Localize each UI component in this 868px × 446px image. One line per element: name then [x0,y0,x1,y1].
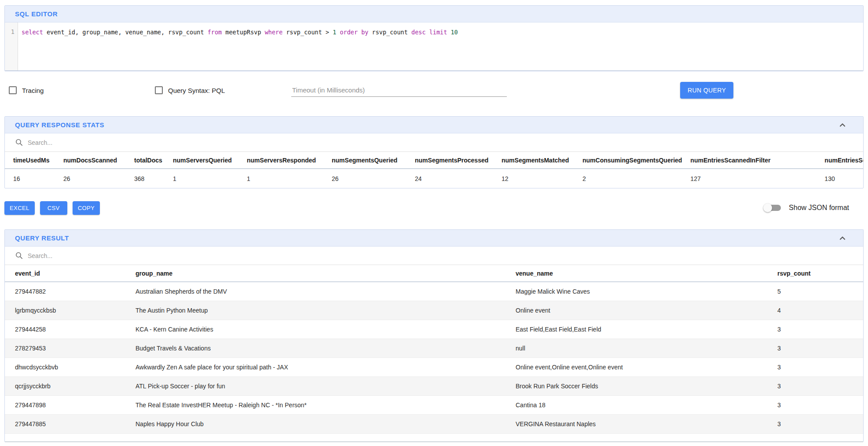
stats-value-cell: 24 [407,169,493,188]
result-cell-event_id: lgrbmqycckbsb [5,301,125,320]
show-json-toggle[interactable] [763,203,784,213]
line-number: 1 [11,28,15,35]
result-search-row [5,247,863,265]
result-cell-group_name: Naples Happy Hour Club [125,414,505,433]
result-cell-event_id: 279447898 [5,395,125,414]
result-cell-event_id [5,433,125,442]
sql-token-plain: rsvp_count [368,29,411,36]
result-cell-venue_name: VERGINA Restaurant Naples [505,414,767,433]
timeout-input[interactable] [291,84,507,97]
csv-button[interactable]: CSV [40,201,67,215]
sql-token-kw: desc [411,29,426,36]
sql-query-text[interactable]: select event_id, group_name, venue_name,… [18,22,458,70]
query-result-panel: QUERY RESULT event_idgroup_namevenue_nam… [4,229,864,442]
stats-column-header: totalDocs [126,152,165,169]
sql-token-kw: order by [340,29,368,36]
sql-editor-header: SQL EDITOR [5,6,863,22]
pql-checkbox-box[interactable] [155,86,163,94]
sql-token-kw: from [208,29,222,36]
result-cell-venue_name: Maggie Malick Wine Caves [505,282,767,301]
pql-syntax-checkbox[interactable]: Query Syntax: PQL [155,86,291,94]
result-cell-rsvp_count: 4 [767,301,863,320]
show-json-label: Show JSON format [789,204,849,212]
result-cell-group_name: The Real Estate InvestHER Meetup - Ralei… [125,395,505,414]
stats-search-row [5,133,863,152]
result-cell-group_name: Awkwardly Zen A safe place for your spir… [125,358,505,376]
result-cell-group_name: Budget Travels & Vacations [125,339,505,358]
table-row[interactable]: lgrbmqycckbsbThe Austin Python MeetupOnl… [5,301,863,320]
result-column-header: group_name [125,265,505,282]
result-cell-group_name: Australian Shepherds of the DMV [125,282,505,301]
line-number-gutter: 1 [5,22,18,70]
collapse-chevron-up-icon[interactable] [837,233,848,243]
stats-column-header: numServersQueried [165,152,238,169]
stats-table: timeUsedMsnumDocsScannedtotalDocsnumServ… [5,152,863,188]
result-cell-event_id: 278279453 [5,339,125,358]
copy-button[interactable]: COPY [73,201,100,215]
result-cell-rsvp_count: 3 [767,414,863,433]
result-cell-rsvp_count: 3 [767,358,863,376]
result-cell-event_id: dhwcdsycckbvb [5,358,125,376]
run-query-button[interactable]: RUN QUERY [680,82,733,99]
sql-token-kw: limit [429,29,447,36]
result-panel-title: QUERY RESULT [15,234,69,242]
table-row[interactable]: dhwcdsycckbvbAwkwardly Zen A safe place … [5,358,863,376]
stats-column-header: numEntriesScannedInFilter [682,152,816,169]
result-table: event_idgroup_namevenue_namersvp_count 2… [5,265,863,442]
query-controls-row: Tracing Query Syntax: PQL RUN QUERY [0,81,868,99]
query-response-stats-panel: QUERY RESPONSE STATS timeUsedMsnumDocsSc… [4,116,864,188]
stats-value-cell: 12 [493,169,574,188]
result-search-input[interactable] [28,252,853,259]
stats-value-cell: 26 [55,169,126,188]
stats-column-header: numDocsScanned [55,152,126,169]
result-cell-group_name: KCA - Kern Canine Activities [125,320,505,339]
toggle-knob[interactable] [763,203,772,212]
sql-code-editor[interactable]: 1 select event_id, group_name, venue_nam… [5,22,863,71]
table-row[interactable]: 279447898The Real Estate InvestHER Meetu… [5,395,863,414]
stats-panel-title: QUERY RESPONSE STATS [15,121,104,129]
result-table-container: event_idgroup_namevenue_namersvp_count 2… [5,265,863,442]
result-cell-venue_name: Online event [505,301,767,320]
stats-column-header: timeUsedMs [5,152,55,169]
result-cell-venue_name: Cantina 18 [505,395,767,414]
sql-token-kw: where [265,29,283,36]
stats-value-cell: 1 [238,169,323,188]
result-panel-header: QUERY RESULT [5,230,863,247]
search-icon [15,138,23,147]
result-cell-rsvp_count: 3 [767,320,863,339]
result-cell-rsvp_count: 3 [767,339,863,358]
stats-table-container: timeUsedMsnumDocsScannedtotalDocsnumServ… [5,152,863,188]
result-cell-rsvp_count [767,433,863,442]
result-column-header: venue_name [505,265,767,282]
tracing-label: Tracing [22,87,44,94]
result-cell-group_name [125,433,505,442]
sql-token-plain: rsvp_count > [282,29,333,36]
sql-token-plain: event_id, group_name, venue_name, rsvp_c… [43,29,208,36]
search-icon [15,251,23,260]
stats-column-header: numServersResponded [238,152,323,169]
result-cell-venue_name: Brook Run Park Soccer Fields [505,376,767,395]
stats-value-cell: 130 [816,169,863,188]
table-row[interactable] [5,433,863,442]
table-row[interactable]: 278279453Budget Travels & Vacationsnull3 [5,339,863,358]
excel-button[interactable]: EXCEL [4,201,35,215]
table-row[interactable]: 279444258KCA - Kern Canine ActivitiesEas… [5,320,863,339]
table-row[interactable]: 279447885Naples Happy Hour ClubVERGINA R… [5,414,863,433]
tracing-checkbox-box[interactable] [9,86,17,94]
stats-value-cell: 2 [574,169,682,188]
sql-token-plain: meetupRsvp [222,29,265,36]
stats-search-input[interactable] [28,139,853,146]
stats-value-cell: 26 [323,169,407,188]
result-cell-venue_name: null [505,339,767,358]
result-cell-rsvp_count: 5 [767,282,863,301]
stats-value-cell: 368 [126,169,165,188]
tracing-checkbox[interactable]: Tracing [9,86,155,94]
sql-token-kw: select [22,29,43,36]
table-row[interactable]: 279447882Australian Shepherds of the DMV… [5,282,863,301]
result-cell-rsvp_count: 3 [767,376,863,395]
sql-editor-panel: SQL EDITOR 1 select event_id, group_name… [4,5,864,71]
table-row[interactable]: qcrjjsycckbrbATL Pick-up Soccer - play f… [5,376,863,395]
collapse-chevron-up-icon[interactable] [837,120,848,130]
export-row: EXCEL CSV COPY Show JSON format [4,201,864,214]
result-cell-venue_name: East Field,East Field,East Field [505,320,767,339]
